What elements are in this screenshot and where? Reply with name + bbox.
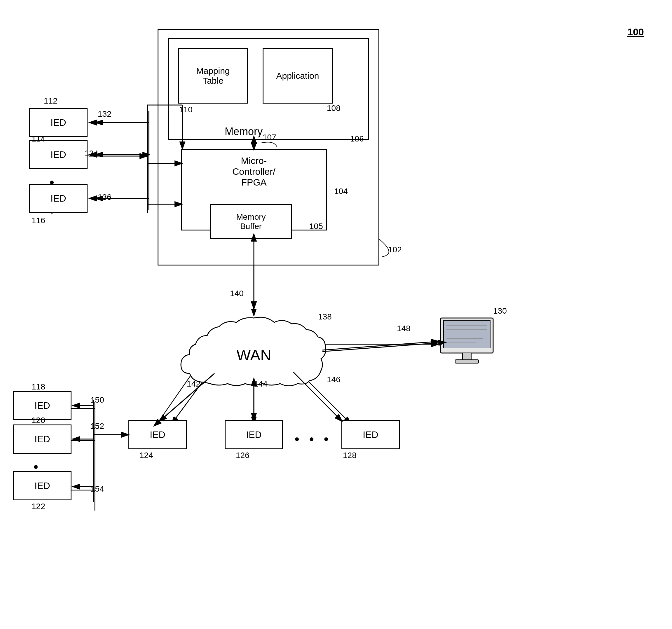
mapping-table-box: MappingTable xyxy=(178,48,248,103)
memory-buffer-box: MemoryBuffer xyxy=(210,204,292,239)
ref-134: 134 xyxy=(85,149,98,158)
svg-rect-26 xyxy=(455,360,479,363)
ied-126-box: IED xyxy=(225,420,283,449)
ref-112: 112 xyxy=(44,96,57,105)
ref-128: 128 xyxy=(343,451,357,460)
ref-132: 132 xyxy=(98,110,112,119)
ied-114-box: IED xyxy=(29,140,88,169)
ied-112-box: IED xyxy=(29,108,88,137)
svg-text:WAN: WAN xyxy=(236,346,271,364)
svg-rect-25 xyxy=(462,353,471,360)
ref-118: 118 xyxy=(31,382,45,391)
ref-126: 126 xyxy=(236,451,249,460)
ref-140: 140 xyxy=(230,289,244,298)
ref-100: 100 xyxy=(627,26,644,38)
ref-130: 130 xyxy=(493,306,507,316)
ied-122-box: IED xyxy=(13,471,71,500)
dot-bot-c-3: • xyxy=(324,432,328,446)
ref-107: 107 xyxy=(263,133,276,142)
ref-142: 142 xyxy=(187,379,200,389)
computer-icon xyxy=(438,315,496,368)
ref-114: 114 xyxy=(31,134,45,144)
ref-154: 154 xyxy=(91,484,104,493)
memory-label: Memory xyxy=(225,125,263,138)
ref-144: 144 xyxy=(254,379,268,389)
svg-line-49 xyxy=(322,341,439,350)
ied-120-box: IED xyxy=(13,425,71,454)
ref-136: 136 xyxy=(98,193,112,202)
ref-102: 102 xyxy=(388,245,402,255)
ref-152: 152 xyxy=(91,421,104,431)
application-box: Application xyxy=(263,48,333,103)
ref-146: 146 xyxy=(327,375,340,384)
ref-124: 124 xyxy=(140,451,153,460)
dot-bot-c-1: • xyxy=(295,432,299,446)
ref-116: 116 xyxy=(31,216,45,225)
ref-150: 150 xyxy=(91,395,104,405)
ref-120: 120 xyxy=(31,416,45,425)
ref-138: 138 xyxy=(318,312,332,321)
ref-106: 106 xyxy=(350,134,364,144)
ied-116-box: IED xyxy=(29,184,88,213)
ref-104: 104 xyxy=(334,187,348,196)
ref-148: 148 xyxy=(397,324,411,333)
ref-122: 122 xyxy=(31,502,45,511)
ref-105: 105 xyxy=(309,222,323,231)
ref-110: 110 xyxy=(179,105,193,114)
svg-line-50 xyxy=(322,343,439,352)
diagram-container: Memory MappingTable Application Micro-Co… xyxy=(0,0,672,629)
ref-108: 108 xyxy=(327,103,340,113)
ied-128-box: IED xyxy=(341,420,400,449)
ied-124-box: IED xyxy=(128,420,187,449)
dot-bot-c-2: • xyxy=(309,432,314,446)
